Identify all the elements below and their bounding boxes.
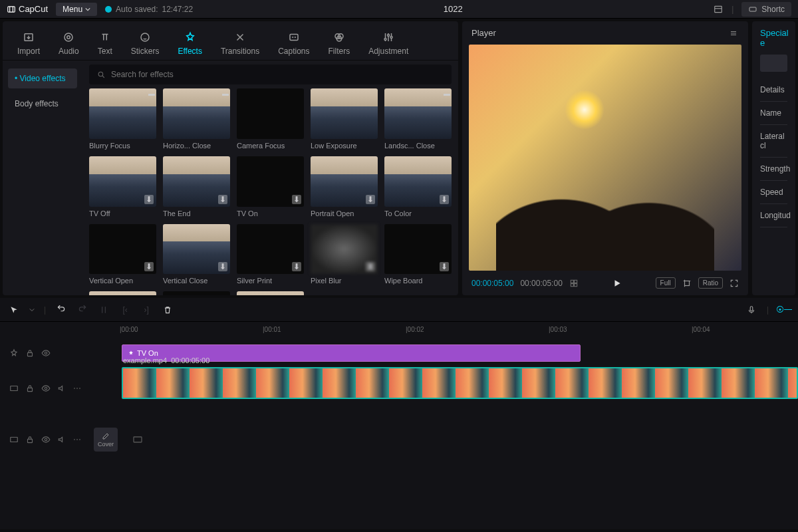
layout-icon[interactable] <box>713 5 724 14</box>
toggle-button[interactable]: ⦿━ <box>778 305 790 315</box>
tab-stickers[interactable]: Stickers <box>122 27 169 60</box>
effect-card[interactable]: ▬Landsc... Close <box>384 88 452 150</box>
tab-captions[interactable]: Captions <box>269 27 319 60</box>
video-track-icon[interactable] <box>9 384 19 393</box>
tab-adjustment[interactable]: Adjustment <box>359 27 418 60</box>
player-panel: Player 00:00:05:00 00:00:05:00 Full Rati… <box>462 21 748 295</box>
grid-icon[interactable] <box>569 279 579 288</box>
redo-button[interactable] <box>76 305 88 315</box>
delete-button[interactable] <box>162 305 174 315</box>
effect-card[interactable]: ⬇Vertical Open <box>89 224 156 285</box>
effect-card[interactable]: ⬇Portrait Open <box>311 156 378 217</box>
add-clip-placeholder[interactable] <box>131 434 144 445</box>
effect-card[interactable]: Camera Focus <box>237 88 304 150</box>
close-badge: ▬ <box>444 90 450 97</box>
timeline-ruler[interactable]: |00:00|00:01|00:02|00:03|00:04 <box>0 322 798 339</box>
close-badge: ▬ <box>148 90 155 97</box>
menu-button[interactable]: Menu <box>56 3 97 16</box>
tab-text[interactable]: Text <box>88 27 122 60</box>
full-button[interactable]: Full <box>656 277 676 289</box>
mute-icon[interactable] <box>57 435 66 444</box>
svg-point-5 <box>67 36 70 39</box>
effect-card[interactable]: ⬇Wipe Board <box>384 224 452 285</box>
effects-panel: Import Audio Text Stickers Effects Trans… <box>3 21 458 295</box>
menu-icon[interactable] <box>728 29 739 37</box>
sidebar-item-body-effects[interactable]: Body effects <box>8 94 77 114</box>
eye-icon[interactable] <box>41 435 51 444</box>
split-tool[interactable] <box>98 305 110 315</box>
tab-effects[interactable]: Effects <box>168 27 211 60</box>
ratio-button[interactable]: Ratio <box>698 277 723 289</box>
svg-rect-20 <box>750 306 753 311</box>
props-speed[interactable]: Speed <box>760 181 787 204</box>
play-button[interactable] <box>612 279 622 288</box>
filters-icon <box>333 31 345 43</box>
app-name: CapCut <box>19 4 48 14</box>
text-icon <box>99 31 111 43</box>
search-input[interactable] <box>111 70 444 79</box>
properties-title: Special e <box>760 28 787 48</box>
effect-card[interactable] <box>89 291 156 295</box>
properties-selector[interactable] <box>760 55 787 72</box>
effect-card[interactable]: ⬇The End <box>163 156 230 217</box>
effect-card[interactable]: ⬇Pixel Blur <box>311 224 378 285</box>
effect-card[interactable]: ⬇TV Off <box>89 156 156 217</box>
tab-import[interactable]: Import <box>8 27 49 60</box>
svg-rect-15 <box>571 280 573 283</box>
lock-icon[interactable] <box>25 348 35 358</box>
cut-right-tool[interactable]: ›] <box>140 305 152 315</box>
select-tool[interactable] <box>8 305 20 315</box>
effect-card[interactable] <box>237 291 304 295</box>
search-icon <box>97 70 106 79</box>
svg-rect-16 <box>574 280 577 283</box>
mic-button[interactable] <box>745 305 757 315</box>
props-strength[interactable]: Strength <box>760 158 787 181</box>
props-longitude[interactable]: Longitud <box>760 204 787 227</box>
effects-grid: ▬Blurry Focus▬Horizo... CloseCamera Focu… <box>89 88 452 295</box>
effect-card[interactable] <box>163 291 230 295</box>
crop-icon[interactable] <box>682 279 692 288</box>
effect-card[interactable]: ⬇To Color <box>384 156 452 217</box>
cover-track-icon[interactable] <box>9 435 19 444</box>
stickers-icon <box>139 31 151 43</box>
props-lateral[interactable]: Lateral cl <box>760 125 787 158</box>
effect-card[interactable]: ▬Horizo... Close <box>163 88 230 150</box>
effect-card[interactable]: ⬇Silver Print <box>237 224 304 285</box>
props-details: Details <box>760 78 787 102</box>
cover-track: ⋯ Cover <box>0 423 798 456</box>
chevron-down-icon[interactable] <box>29 307 35 313</box>
lock-icon[interactable] <box>25 384 35 393</box>
player-viewport[interactable] <box>469 45 741 271</box>
transitions-icon <box>234 31 246 43</box>
effect-label: Portrait Open <box>311 209 378 217</box>
effect-track-icon[interactable] <box>9 348 19 358</box>
timecode-current: 00:00:05:00 <box>471 279 513 288</box>
download-icon: ⬇ <box>292 195 301 204</box>
download-icon: ⬇ <box>144 262 154 271</box>
shortcut-button[interactable]: Shortc <box>741 2 791 17</box>
svg-rect-7 <box>290 35 298 41</box>
tab-filters[interactable]: Filters <box>319 27 360 60</box>
mute-icon[interactable] <box>57 384 66 393</box>
eye-icon[interactable] <box>41 348 51 358</box>
logo-icon <box>7 5 16 14</box>
lock-icon[interactable] <box>25 435 35 444</box>
effect-card[interactable]: Low Exposure <box>311 88 378 150</box>
cover-button[interactable]: Cover <box>94 428 118 452</box>
tab-transitions[interactable]: Transitions <box>211 27 269 60</box>
timeline-toolbar: | [‹ ›] | ⦿━ <box>0 298 798 322</box>
cut-left-tool[interactable]: [‹ <box>119 305 131 315</box>
effect-card[interactable]: ▬Blurry Focus <box>89 88 156 150</box>
effects-search[interactable] <box>89 65 452 84</box>
eye-icon[interactable] <box>41 384 51 393</box>
tab-audio[interactable]: Audio <box>49 27 88 60</box>
undo-button[interactable] <box>55 305 67 315</box>
properties-panel: Special e Details Name Lateral cl Streng… <box>752 21 795 295</box>
sidebar-item-video-effects[interactable]: • Video effects <box>8 68 77 88</box>
effect-card[interactable]: ⬇Vertical Close <box>163 224 230 285</box>
fullscreen-icon[interactable] <box>730 279 739 288</box>
effect-card[interactable]: ⬇TV On <box>237 156 304 217</box>
timecode-total: 00:00:05:00 <box>520 279 562 288</box>
video-clip[interactable] <box>122 367 798 399</box>
ruler-tick: |00:00 <box>120 326 138 333</box>
